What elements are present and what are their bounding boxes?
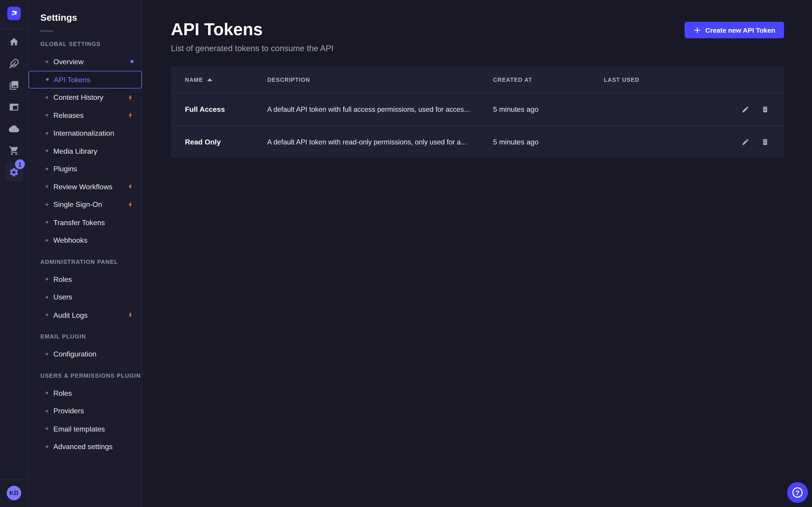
bullet-icon [46, 428, 48, 430]
bullet-icon [46, 239, 48, 241]
section-heading-administration-panel: ADMINISTRATION PANEL [40, 259, 142, 266]
bullet-icon [46, 185, 48, 188]
token-name: Full Access [185, 105, 267, 114]
sidebar-title-divider [40, 31, 53, 32]
lightning-icon [127, 183, 134, 190]
shopping-cart-icon [9, 145, 19, 156]
strapi-logo-icon [9, 8, 19, 19]
sidebar-item-internationalization[interactable]: Internationalization [29, 124, 142, 142]
delete-token-button[interactable] [760, 104, 770, 114]
main-content: API Tokens List of generated tokens to c… [143, 0, 812, 507]
cloud-icon [9, 124, 19, 134]
bullet-icon [46, 96, 48, 99]
section-heading-global-settings: GLOBAL SETTINGS [40, 41, 142, 48]
lightning-icon [127, 94, 134, 101]
sidebar-item-single-sign-on[interactable]: Single Sign-On [29, 195, 142, 213]
sidebar-item-providers[interactable]: Providers [29, 402, 142, 420]
sidebar-item-email-configuration[interactable]: Configuration [29, 345, 142, 363]
sidebar-item-media-library[interactable]: Media Library [29, 142, 142, 160]
sidebar-item-admin-roles[interactable]: Roles [29, 270, 142, 288]
section-heading-users-permissions-plugin: USERS & PERMISSIONS PLUGIN [40, 372, 142, 380]
rail-item-marketplace[interactable] [0, 140, 28, 161]
delete-token-button[interactable] [760, 137, 770, 147]
sidebar-item-plugins[interactable]: Plugins [29, 160, 142, 178]
bullet-icon [46, 296, 48, 298]
create-api-token-label: Create new API Token [705, 26, 775, 34]
sidebar-item-email-templates[interactable]: Email templates [29, 420, 142, 438]
table-row-read-only[interactable]: Read Only A default API token with read-… [171, 125, 784, 158]
sidebar-item-audit-logs[interactable]: Audit Logs [29, 306, 142, 324]
page-subtitle: List of generated tokens to consume the … [171, 44, 334, 53]
rail-item-media[interactable] [0, 74, 28, 96]
settings-notification-badge: 1 [15, 159, 25, 169]
bullet-icon [46, 150, 48, 152]
rail-divider [0, 29, 28, 29]
bullet-icon [46, 445, 48, 448]
bullet-icon [46, 114, 48, 116]
images-icon [9, 80, 19, 91]
bullet-icon [46, 314, 48, 316]
sidebar-item-releases[interactable]: Releases [29, 106, 142, 124]
sidebar-title: Settings [29, 0, 142, 23]
token-name: Read Only [185, 138, 267, 146]
column-header-created-at: CREATED AT [493, 76, 604, 83]
sidebar-item-api-tokens[interactable]: API Tokens [29, 70, 142, 88]
edit-token-button[interactable] [741, 137, 750, 147]
bullet-icon [46, 392, 48, 394]
sidebar-item-overview[interactable]: Overview [29, 53, 142, 70]
plus-icon [693, 26, 701, 34]
sidebar-item-webhooks[interactable]: Webhooks [29, 231, 142, 249]
rail-item-content-manager[interactable] [0, 96, 28, 118]
sidebar-item-review-workflows[interactable]: Review Workflows [29, 178, 142, 195]
rail-item-content[interactable] [0, 53, 28, 74]
sidebar-item-transfer-tokens[interactable]: Transfer Tokens [29, 213, 142, 231]
trash-icon [761, 105, 769, 113]
user-avatar[interactable]: KD [7, 486, 21, 500]
sidebar-item-admin-users[interactable]: Users [29, 288, 142, 306]
column-header-description: DESCRIPTION [267, 76, 493, 83]
lightning-icon [127, 312, 134, 319]
pencil-icon [742, 105, 749, 113]
help-button[interactable]: ? [787, 482, 808, 503]
lightning-icon [127, 201, 134, 208]
rail-item-cloud[interactable] [0, 118, 28, 139]
token-description: A default API token with read-only permi… [267, 138, 493, 146]
sidebar-item-up-roles[interactable]: Roles [29, 384, 142, 402]
strapi-admin-app: 1 KD Settings GLOBAL SETTINGS Overview A… [0, 0, 812, 507]
rail-bottom-divider [0, 479, 28, 480]
table-header-row: NAME DESCRIPTION CREATED AT LAST USED [171, 66, 784, 93]
bullet-icon [46, 78, 49, 81]
api-tokens-table-card: NAME DESCRIPTION CREATED AT LAST USED Fu… [171, 66, 784, 158]
edit-token-button[interactable] [741, 104, 750, 114]
sidebar-item-advanced-settings[interactable]: Advanced settings [29, 438, 142, 455]
bullet-icon [46, 203, 48, 206]
create-api-token-button[interactable]: Create new API Token [684, 22, 784, 38]
bullet-icon [46, 167, 48, 170]
rail-item-settings[interactable]: 1 [0, 161, 28, 183]
column-header-name[interactable]: NAME [185, 76, 267, 83]
main-nav-rail: 1 KD [0, 0, 28, 507]
pencil-icon [742, 138, 749, 146]
token-description: A default API token with full access per… [267, 105, 493, 113]
table-row-full-access[interactable]: Full Access A default API token with ful… [171, 93, 784, 125]
home-icon [9, 37, 19, 47]
lightning-icon [127, 112, 134, 118]
sidebar-item-content-history[interactable]: Content History [29, 89, 142, 106]
bullet-icon [46, 353, 48, 355]
settings-active-box: 1 [5, 163, 23, 182]
bullet-icon [46, 410, 48, 412]
page-header: API Tokens List of generated tokens to c… [171, 0, 784, 53]
section-heading-email-plugin: EMAIL PLUGIN [40, 333, 142, 340]
sort-ascending-icon [207, 78, 212, 81]
bullet-icon [46, 132, 48, 134]
trash-icon [761, 138, 769, 146]
settings-sidebar: Settings GLOBAL SETTINGS Overview API To… [28, 0, 142, 507]
column-header-last-used: LAST USED [604, 76, 733, 83]
question-mark-icon: ? [793, 488, 803, 498]
strapi-logo[interactable] [7, 7, 21, 20]
notification-dot-icon [131, 60, 134, 63]
feather-icon [9, 58, 19, 69]
layout-window-icon [9, 102, 19, 112]
rail-item-home[interactable] [0, 31, 28, 53]
bullet-icon [46, 278, 48, 280]
